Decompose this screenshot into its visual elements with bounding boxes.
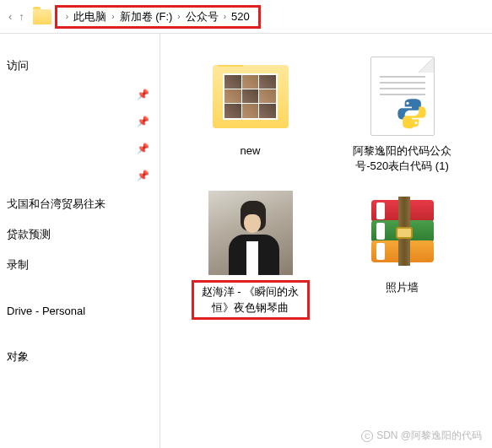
main-area: 访问 📌 📌 📌 📌 戈国和台湾贸易往来 贷款预测 录制 Drive - Per…: [0, 34, 492, 448]
sidebar-item-label: Drive - Personal: [7, 305, 85, 317]
sidebar-item-label: 录制: [7, 257, 29, 273]
sidebar-item[interactable]: Drive - Personal: [0, 297, 159, 325]
sidebar-item[interactable]: 对象: [0, 342, 159, 372]
sidebar-item[interactable]: 📌: [0, 135, 159, 162]
sidebar-item-label: 访问: [7, 58, 29, 73]
sidebar-item-label: 贷款预测: [7, 227, 51, 242]
python-file-icon: [360, 54, 445, 138]
pin-icon: 📌: [137, 116, 149, 127]
sidebar-item-label: 戈国和台湾贸易往来: [7, 197, 105, 212]
chevron-right-icon: ›: [106, 12, 119, 21]
pin-icon: 📌: [137, 89, 149, 100]
breadcrumb-item[interactable]: 公众号: [186, 9, 219, 24]
folder-item-new[interactable]: new: [192, 54, 310, 174]
file-grid: new 阿黎逸阳的代码公众号-520表白代码 (1): [160, 34, 492, 448]
nav-back-icon[interactable]: ‹: [8, 10, 12, 23]
sidebar-item[interactable]: 录制: [0, 250, 159, 280]
file-label: new: [241, 143, 261, 159]
file-item-rar[interactable]: 照片墙: [343, 191, 462, 319]
rar-archive-icon: [360, 191, 445, 275]
sidebar-item[interactable]: 📌: [0, 81, 159, 108]
sidebar: 访问 📌 📌 📌 📌 戈国和台湾贸易往来 贷款预测 录制 Drive - Per…: [0, 34, 160, 448]
pin-icon: 📌: [137, 143, 149, 154]
music-thumbnail: [208, 191, 293, 275]
breadcrumb-item[interactable]: 520: [231, 10, 250, 23]
nav-arrows: ‹ ↑: [3, 10, 30, 23]
sidebar-item[interactable]: 📌: [0, 108, 159, 135]
copyright-icon: C: [361, 430, 373, 442]
breadcrumb-item[interactable]: 此电脑: [73, 9, 106, 24]
sidebar-item[interactable]: 访问: [0, 51, 159, 81]
file-item-python[interactable]: 阿黎逸阳的代码公众号-520表白代码 (1): [343, 54, 462, 174]
file-label: 赵海洋 - 《瞬间的永恒》夜色钢琴曲: [192, 280, 310, 319]
chevron-right-icon: ›: [219, 12, 231, 21]
watermark-text: SDN @阿黎逸阳的代码: [376, 429, 482, 443]
chevron-right-icon: ›: [172, 12, 185, 21]
file-item-music[interactable]: 赵海洋 - 《瞬间的永恒》夜色钢琴曲: [192, 191, 310, 319]
sidebar-item-label: 对象: [7, 349, 29, 364]
python-logo-icon: [395, 96, 429, 130]
sidebar-item[interactable]: 戈国和台湾贸易往来: [0, 189, 159, 219]
file-label: 阿黎逸阳的代码公众号-520表白代码 (1): [343, 143, 462, 174]
nav-up-icon[interactable]: ↑: [19, 10, 24, 23]
sidebar-divider: [0, 325, 159, 342]
sidebar-divider: [0, 280, 159, 297]
breadcrumb: › 此电脑 › 新加卷 (F:) › 公众号 › 520: [55, 5, 261, 29]
folder-thumbnail: [208, 54, 293, 138]
sidebar-item[interactable]: 📌: [0, 162, 159, 189]
sidebar-item[interactable]: 贷款预测: [0, 219, 159, 250]
breadcrumb-item[interactable]: 新加卷 (F:): [120, 9, 173, 24]
file-label: 照片墙: [386, 280, 419, 295]
folder-icon: [33, 9, 51, 24]
breadcrumb-bar: ‹ ↑ › 此电脑 › 新加卷 (F:) › 公众号 › 520: [0, 0, 492, 34]
pin-icon: 📌: [137, 170, 149, 181]
chevron-right-icon: ›: [61, 12, 73, 21]
watermark: C SDN @阿黎逸阳的代码: [361, 429, 482, 443]
